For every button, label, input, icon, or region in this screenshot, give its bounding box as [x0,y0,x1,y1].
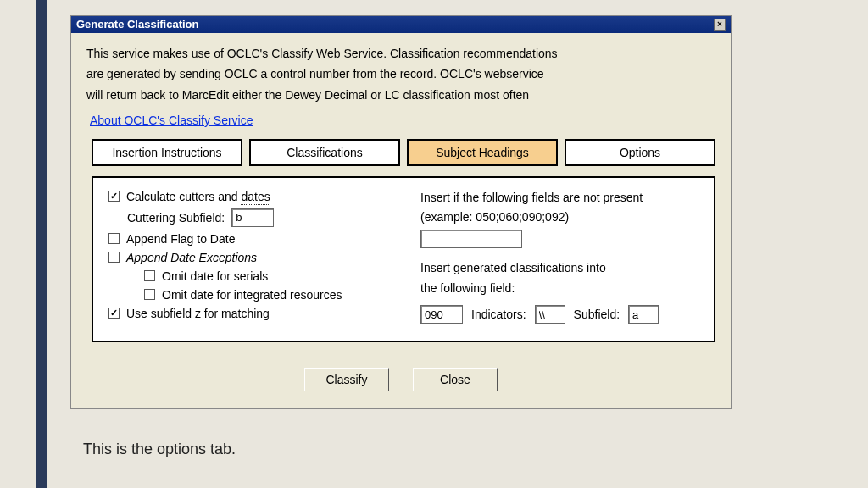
insert-into-line1: Insert generated classifications into [420,260,698,277]
omit-serials-checkbox[interactable] [144,270,155,281]
cuttering-subfield-input[interactable] [231,208,274,227]
description-line2: are generated by sending OCLC a control … [86,65,715,82]
about-link[interactable]: About OCLC's Classify Service [90,114,253,127]
classify-button[interactable]: Classify [304,368,389,391]
omit-integrated-checkbox[interactable] [144,289,155,300]
append-exceptions-label: Append Date Exceptions [126,251,257,264]
insert-if-line1: Insert if the following fields are not p… [420,190,698,207]
slide-caption: This is the options tab. [83,441,236,458]
cuttering-subfield-label: Cuttering Subfield: [127,211,225,225]
titlebar: Generate Classification × [71,16,731,33]
close-button[interactable]: Close [413,368,498,391]
subfield-input[interactable] [628,305,659,324]
calc-cutters-row: Calculate cutters and dates [108,190,387,203]
slide-stripe [36,0,47,488]
omit-integrated-row: Omit date for integrated resources [144,288,387,302]
insert-if-line2: (example: 050;060;090;092) [420,209,698,226]
options-panel: Calculate cutters and dates Cuttering Su… [92,176,715,342]
use-subfield-z-row: Use subfield z for matching [108,307,387,320]
omit-serials-label: Omit date for serials [162,269,268,283]
append-exceptions-row: Append Date Exceptions [108,251,387,264]
indicators-input[interactable] [535,305,565,324]
tab-row: Insertion Instructions Classifications S… [86,139,715,166]
append-flag-row: Append Flag to Date [108,232,387,246]
right-column: Insert if the following fields are not p… [420,190,698,325]
tab-classifications[interactable]: Classifications [249,139,400,166]
subfield-label: Subfield: [574,308,620,321]
append-flag-checkbox[interactable] [108,233,120,244]
use-subfield-z-label: Use subfield z for matching [126,307,270,320]
insert-into-line2: the following field: [420,280,698,297]
omit-serials-row: Omit date for serials [144,269,387,283]
description-line1: This service makes use of OCLC's Classif… [86,45,715,62]
left-column: Calculate cutters and dates Cuttering Su… [108,190,387,325]
cuttering-subfield-row: Cuttering Subfield: [127,208,387,227]
window-title: Generate Classification [76,18,199,30]
omit-integrated-label: Omit date for integrated resources [162,288,342,302]
generate-classification-dialog: Generate Classification × This service m… [70,15,732,409]
dialog-body: This service makes use of OCLC's Classif… [71,33,731,408]
append-flag-label: Append Flag to Date [126,232,235,246]
insert-if-input[interactable] [420,230,522,248]
calc-cutters-checkbox[interactable] [108,191,120,202]
tab-subject-headings[interactable]: Subject Headings [407,139,558,166]
tab-insertion-instructions[interactable]: Insertion Instructions [92,139,242,166]
description-line3: will return back to MarcEdit either the … [86,86,715,103]
calc-cutters-label: Calculate cutters and dates [126,190,270,203]
button-row: Classify Close [86,368,715,391]
insert-into-fields: Indicators: Subfield: [420,305,698,324]
use-subfield-z-checkbox[interactable] [108,308,120,319]
tab-options[interactable]: Options [565,139,715,166]
append-exceptions-checkbox[interactable] [108,252,120,263]
field-input[interactable] [420,305,463,324]
close-icon[interactable]: × [714,19,726,30]
indicators-label: Indicators: [471,308,526,321]
